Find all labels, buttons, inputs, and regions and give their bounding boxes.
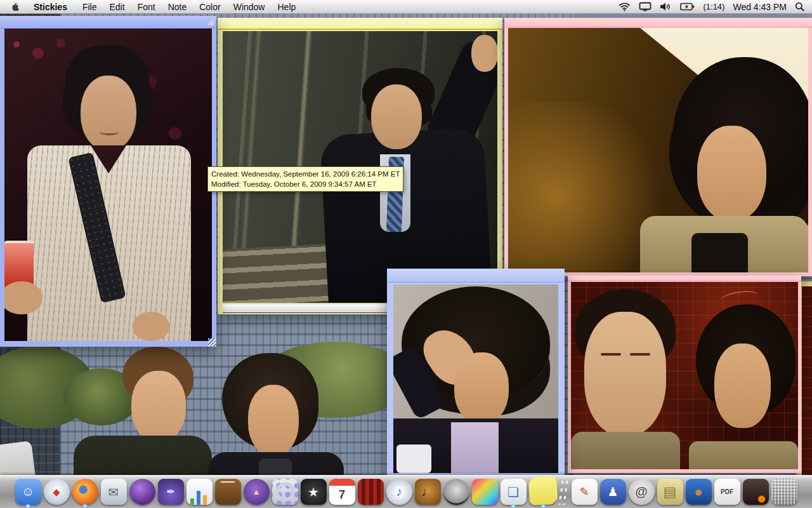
photo-art <box>100 129 119 135</box>
dock-icon-row: ☺ ◆ ✉ ✒ ▲ ★ 7 ♪ ♩ ❏ ✎ ♟ @ ▤ ● PDF <box>0 479 812 505</box>
finder-icon: ☺ <box>22 485 34 499</box>
mail-envelope-icon: ✉ <box>108 485 119 500</box>
menu-font[interactable]: Font <box>131 2 162 12</box>
displays-icon[interactable] <box>639 2 652 11</box>
running-indicator <box>82 504 88 508</box>
photo-art <box>691 233 749 272</box>
photo-art <box>571 432 680 469</box>
photo-art <box>689 441 798 469</box>
photo-art <box>601 353 621 356</box>
dock-icon-sketch-document[interactable]: ✎ <box>572 479 598 505</box>
dock-icon-purple-orb-app[interactable] <box>129 479 155 505</box>
note-titlebar[interactable] <box>0 16 216 29</box>
photo-art <box>371 84 422 149</box>
dock-icon-itunes[interactable]: ♪ <box>386 479 412 505</box>
dock-icon-movie-file[interactable] <box>743 479 769 505</box>
running-indicator <box>540 504 545 508</box>
photo-art <box>4 281 43 314</box>
dock-icon-acorn-app[interactable]: ● <box>686 479 712 505</box>
menu-app-name[interactable]: Stickies <box>29 2 72 12</box>
note-titlebar[interactable] <box>504 18 812 27</box>
tooltip-created-line: Created: Wednesday, September 16, 2009 6… <box>211 169 400 179</box>
photo-art <box>714 344 771 428</box>
dock-icon-pedestrian-sign-app[interactable]: ♟ <box>600 479 626 505</box>
battery-icon[interactable] <box>680 3 695 11</box>
pedestrian-sign-icon: ♟ <box>607 485 618 499</box>
note-info-tooltip: Created: Wednesday, September 16, 2009 6… <box>207 166 403 192</box>
dock-icon-photo-booth[interactable] <box>358 479 384 505</box>
sticky-note-photo <box>802 286 812 500</box>
sticky-note-photo[interactable] <box>4 29 212 341</box>
menu-window[interactable]: Window <box>227 2 272 12</box>
note-resize-grip[interactable] <box>208 338 216 346</box>
sticky-note-pink[interactable] <box>504 18 812 276</box>
dock-icon-firefox[interactable] <box>72 479 98 505</box>
sticky-note-pink-bottom[interactable] <box>568 276 801 473</box>
dock-icon-wolf-app[interactable] <box>443 479 469 505</box>
desktop-screen: Created: Wednesday, September 16, 2009 6… <box>0 0 812 508</box>
acorn-icon: ● <box>694 484 702 500</box>
dock-icon-garageband[interactable]: ♩ <box>415 479 441 505</box>
photo-art <box>451 422 499 473</box>
dock-icon-stickies[interactable] <box>528 478 555 505</box>
wifi-icon[interactable] <box>619 2 631 11</box>
note-roll-widget[interactable] <box>207 18 214 25</box>
pencil-sketch-icon: ✎ <box>579 485 589 499</box>
volume-icon[interactable] <box>660 2 672 11</box>
imovie-star-icon: ★ <box>308 485 319 500</box>
dock-icon-ring-app[interactable] <box>272 479 298 505</box>
dock-icon-iphoto[interactable]: ❏ <box>501 479 527 505</box>
pdf-document-icon: PDF <box>721 488 733 495</box>
file-cabinet-icon: ▤ <box>664 484 677 500</box>
apple-menu[interactable] <box>10 1 20 12</box>
dock-icon-mail[interactable]: ✉ <box>101 479 127 505</box>
safari-compass-icon: ◆ <box>53 486 60 498</box>
dock: ☺ ◆ ✉ ✒ ▲ ★ 7 ♪ ♩ ❏ ✎ ♟ @ ▤ ● PDF <box>0 475 812 508</box>
dock-icon-imovie[interactable]: ★ <box>301 479 327 505</box>
photo-art <box>13 41 20 48</box>
sticky-note-photo[interactable] <box>571 282 798 469</box>
menu-status-area: (1:14) Wed 4:43 PM <box>619 2 812 12</box>
photo-art <box>697 126 766 221</box>
note-titlebar[interactable] <box>568 276 801 281</box>
inkwell-pen-icon: ✒ <box>166 485 175 498</box>
menu-edit[interactable]: Edit <box>103 2 131 12</box>
photo-art <box>454 352 509 424</box>
dock-icon-pdf-document[interactable]: PDF <box>714 479 740 505</box>
note-titlebar[interactable] <box>218 18 502 30</box>
menu-bar: Stickies File Edit Font Note Color Windo… <box>0 0 812 14</box>
dock-icon-trash[interactable] <box>771 479 797 505</box>
photo-art <box>396 444 431 473</box>
sticky-note-photo[interactable] <box>393 284 558 473</box>
menu-clock[interactable]: Wed 4:43 PM <box>733 2 787 12</box>
dock-icon-ical[interactable]: 7 <box>329 479 355 505</box>
running-indicator <box>25 504 30 508</box>
ship-icon: ▲ <box>252 487 261 497</box>
calendar-icon: 7 <box>339 488 345 502</box>
menu-help[interactable]: Help <box>271 2 302 12</box>
dock-icon-finder[interactable]: ☺ <box>15 479 41 505</box>
dock-icon-ship-orb-app[interactable]: ▲ <box>244 479 270 505</box>
sticky-note-blue-center[interactable] <box>387 269 565 481</box>
tooltip-modified-line: Modified: Tuesday, October 6, 2009 9:34:… <box>211 179 400 189</box>
menu-color[interactable]: Color <box>193 2 226 12</box>
dock-icon-keynote[interactable] <box>215 479 241 505</box>
menu-file[interactable]: File <box>76 2 103 12</box>
spotlight-icon[interactable] <box>795 2 804 11</box>
sticky-note-blue[interactable] <box>0 16 216 347</box>
dock-icon-file-cabinet-app[interactable]: ▤ <box>657 479 683 505</box>
menu-note[interactable]: Note <box>162 2 193 12</box>
photo-art <box>471 35 497 72</box>
at-sign-icon: @ <box>635 485 648 499</box>
dock-icon-safari[interactable]: ◆ <box>44 479 70 505</box>
dock-icon-at-spring-app[interactable]: @ <box>629 479 655 505</box>
guitar-icon: ♩ <box>421 485 434 499</box>
dock-separator <box>557 481 569 505</box>
dock-icon-pages[interactable]: ✒ <box>158 479 184 505</box>
dock-icon-gradient-app[interactable] <box>472 479 498 505</box>
music-note-icon: ♪ <box>396 485 402 499</box>
note-titlebar[interactable] <box>387 269 565 283</box>
photo-art <box>81 76 136 150</box>
sticky-note-photo[interactable] <box>508 28 808 272</box>
dock-icon-numbers[interactable] <box>187 479 213 505</box>
